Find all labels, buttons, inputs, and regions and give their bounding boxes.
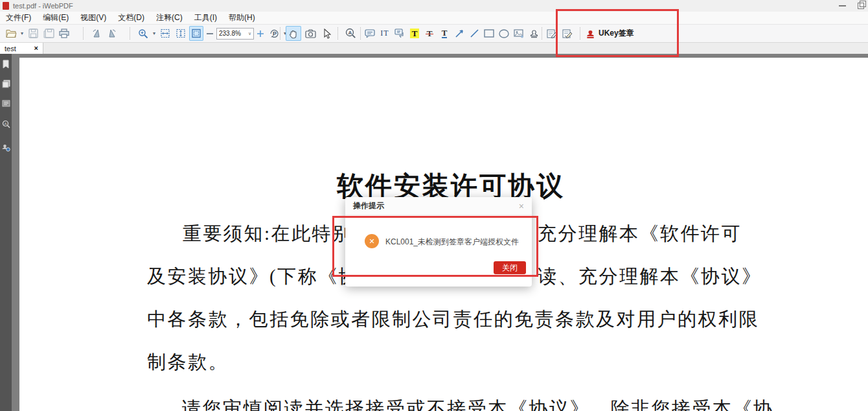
doc-line5: 请您审慎阅读并选择接受或不接受本《协议》，除非您接受本《协 bbox=[182, 396, 774, 411]
app-window: test.pdf - iWebPDF 文件(F) 编辑(E) 视图(V) 文档(… bbox=[0, 0, 868, 411]
annotation-rectangle-ukey bbox=[556, 9, 679, 57]
doc-line1-left: 重要须知:在此特别 bbox=[183, 221, 353, 247]
doc-line2-left: 及安装协议》(下称《协 bbox=[147, 264, 359, 290]
dialog-close-icon[interactable]: × bbox=[519, 202, 524, 211]
dialog-header: 操作提示 × bbox=[345, 197, 532, 215]
annotation-rectangle-dialog bbox=[332, 216, 538, 277]
doc-line2-right: 读、充分理解本《协议》 bbox=[538, 264, 762, 290]
doc-line1-right: 充分理解本《软件许可 bbox=[538, 221, 742, 247]
doc-line3: 中各条款，包括免除或者限制公司责任的免责条款及对用户的权利限 bbox=[147, 307, 759, 333]
dialog-title: 操作提示 bbox=[353, 200, 384, 211]
doc-line4: 制条款。 bbox=[147, 349, 229, 375]
